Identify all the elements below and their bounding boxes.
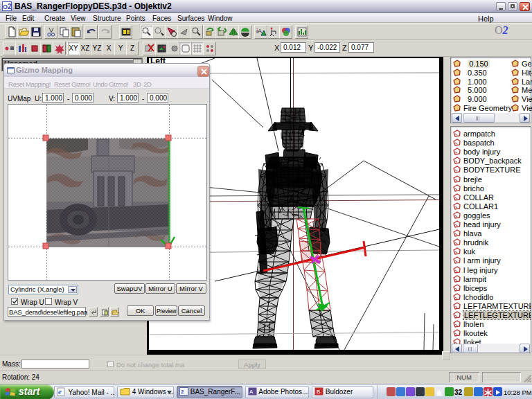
svg-text:iA: iA xyxy=(256,28,262,35)
svg-text:B: B xyxy=(317,389,320,395)
svg-text:2: 2 xyxy=(181,389,184,395)
svg-text:32: 32 xyxy=(454,389,463,396)
svg-text:e: e xyxy=(58,387,62,396)
svg-text:A: A xyxy=(249,389,254,395)
